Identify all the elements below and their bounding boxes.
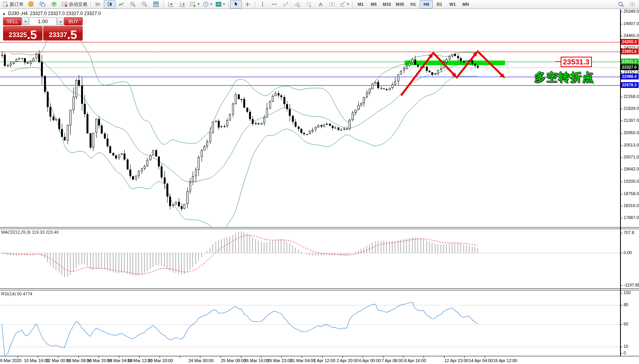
macd-tick-label: -1197.88 (624, 283, 639, 287)
periods-button[interactable] (201, 0, 214, 8)
zoom-in-button[interactable] (127, 0, 139, 8)
axis-tick-mark (621, 121, 622, 121)
svg-text:T: T (331, 3, 333, 6)
time-tick-mark (322, 356, 322, 358)
templates-button[interactable] (214, 0, 227, 8)
separator (228, 1, 229, 8)
pane-divider[interactable] (0, 288, 639, 290)
price-callout[interactable]: 23531.3 (561, 57, 592, 67)
zoom-out-button[interactable] (139, 0, 150, 8)
sell-price-button[interactable]: 23325.5 (3, 26, 42, 40)
callout-connector-line (555, 61, 561, 62)
time-label: 14 Apr 04:00 (469, 358, 493, 363)
one-click-trade-panel: SELL 1.00 BUY 23325.5 23337.5 (3, 17, 83, 40)
buy-button[interactable]: BUY (64, 17, 83, 25)
axis-tick-mark (621, 24, 622, 24)
axis-tick-mark (621, 97, 622, 97)
price-line-badge: 24250.3 (621, 39, 639, 45)
price-line-badge: 23327.0 (621, 64, 639, 70)
collapse-panel-icon[interactable]: ▲ (2, 12, 6, 15)
auto-trading-button[interactable]: 自动交易 (60, 0, 89, 8)
price-tick-label: 24907.0 (624, 21, 639, 26)
cursor-button[interactable] (230, 0, 242, 8)
axis-tick-mark (621, 305, 622, 305)
market-depth-button[interactable] (25, 0, 37, 8)
volume-input[interactable]: 1.00 (29, 17, 57, 25)
timeframe-M5-button[interactable]: M5 (367, 0, 380, 8)
time-label: 2 Apr 20:00 (337, 358, 358, 363)
new-order-icon (2, 1, 8, 7)
time-axis[interactable]: 9 Mar 202010 Mar 16:0012 Mar 00:0013 Mar… (0, 356, 639, 364)
new-order-button[interactable]: 新订单 (1, 0, 25, 8)
chart-header: ▲ DJ30-,H4 23327.0 23327.0 23327.0 23327… (2, 11, 101, 16)
timeframe-MN-button[interactable]: MN (459, 0, 472, 8)
vertical-line-button[interactable] (257, 0, 268, 8)
candlestick-chart-button[interactable] (104, 0, 115, 8)
horizontal-line-button[interactable] (268, 0, 280, 8)
toolbar: 新订单 自动交易 E F A T M1M5M15M30H1H4D1W1MN (0, 0, 639, 9)
chat-button[interactable] (627, 0, 638, 8)
rsi-tick-label: 0 (624, 351, 626, 355)
auto-trading-label: 自动交易 (69, 1, 87, 8)
arrows-icon (339, 1, 346, 7)
text-button[interactable]: A (315, 0, 326, 8)
time-tick-mark (464, 356, 464, 358)
price-tick-label: 21839.0 (624, 106, 639, 111)
time-label: 9 Mar 2020 (0, 358, 22, 363)
buy-price-button[interactable]: 23337.5 (43, 26, 83, 40)
separator (163, 1, 164, 8)
new-window-button[interactable] (37, 0, 48, 8)
time-label: 7 Apr 08:00 (381, 358, 403, 363)
search-button[interactable] (615, 0, 627, 8)
chart-shift-button[interactable] (177, 0, 188, 8)
price-axis[interactable]: 25349.024907.024465.024023.023152.022268… (621, 9, 639, 356)
pane-divider[interactable] (0, 227, 639, 229)
annotation-note[interactable]: 多空转折点 (534, 70, 594, 85)
time-tick-mark (241, 356, 241, 358)
text-label-button[interactable]: T (326, 0, 338, 8)
chevron-down-icon (24, 21, 27, 22)
chat-icon (629, 1, 636, 7)
timeframe-H1-button[interactable]: H1 (407, 0, 420, 8)
trendline-button[interactable] (280, 0, 292, 8)
chevron-down-icon (197, 3, 200, 5)
arrows-button[interactable] (338, 0, 351, 8)
time-label: 15 Apr 12:00 (493, 358, 517, 363)
new-chart-button[interactable] (188, 0, 201, 8)
autotrade-icon (61, 1, 68, 7)
timeframe-M15-button[interactable]: M15 (380, 0, 393, 8)
time-tick-mark (281, 356, 282, 358)
timeframe-H4-button[interactable]: H4 (420, 0, 433, 8)
timeframe-M1-button[interactable]: M1 (354, 0, 367, 8)
time-tick-mark (78, 356, 79, 358)
trendline-icon (283, 1, 289, 7)
channel-button[interactable]: E (292, 0, 303, 8)
time-tick-mark (139, 356, 140, 358)
chart-canvas[interactable] (0, 0, 639, 364)
signals-button[interactable] (48, 0, 60, 8)
text-icon: A (317, 1, 324, 7)
time-tick-mark (159, 356, 160, 358)
timeframe-D1-button[interactable]: D1 (433, 0, 446, 8)
timeframe-W1-button[interactable]: W1 (446, 0, 459, 8)
auto-scroll-button[interactable] (165, 0, 177, 8)
price-tick-label: 18316.0 (624, 203, 639, 208)
crosshair-button[interactable] (242, 0, 253, 8)
rsi-indicator-label: RSI(14) 50.4774 (1, 292, 32, 296)
volume-increase-button[interactable] (57, 17, 64, 25)
price-tick-label: 18758.0 (624, 191, 639, 196)
zoom-in-icon (130, 1, 136, 7)
bar-chart-button[interactable] (92, 0, 104, 8)
ohlc-values: 23327.0 23327.0 23327.0 23327.0 (30, 11, 101, 16)
sell-button[interactable]: SELL (3, 17, 22, 25)
volume-decrease-button[interactable] (22, 17, 29, 25)
axis-tick-mark (621, 347, 622, 347)
fibonacci-button[interactable]: F (303, 0, 315, 8)
windows-icon (39, 1, 46, 7)
tile-windows-button[interactable] (150, 0, 162, 8)
time-tick-mark (424, 356, 424, 358)
crosshair-icon (244, 1, 251, 7)
timeframe-M30-button[interactable]: M30 (393, 0, 407, 8)
line-chart-button[interactable] (115, 0, 127, 8)
time-label: 6 Apr 00:00 (359, 358, 381, 363)
